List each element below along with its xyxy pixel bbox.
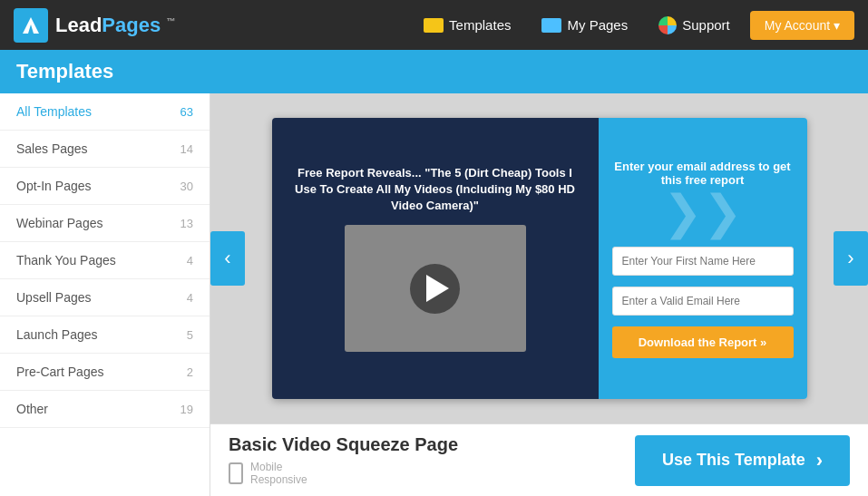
my-account-button[interactable]: My Account ▾	[750, 11, 854, 40]
main-layout: All Templates 63 Sales Pages 14 Opt-In P…	[0, 93, 868, 496]
use-template-button[interactable]: Use This Template ›	[635, 435, 850, 486]
sidebar-item-label: Sales Pages	[16, 141, 88, 156]
nav-item-support[interactable]: Support	[648, 11, 741, 40]
responsive-label: Responsive	[250, 473, 307, 486]
sidebar-item-all-templates[interactable]: All Templates 63	[0, 93, 210, 131]
sidebar-item-sales-pages[interactable]: Sales Pages 14	[0, 131, 210, 168]
carousel-prev-button[interactable]: ‹	[210, 231, 245, 286]
sidebar-item-count: 4	[187, 254, 193, 267]
sidebar-item-other[interactable]: Other 19	[0, 391, 210, 428]
sidebar-item-count: 30	[180, 180, 193, 193]
sidebar-item-launch-pages[interactable]: Launch Pages 5	[0, 316, 210, 354]
template-preview-area: ‹ Free Report Reveals... "The 5 (Dirt Ch…	[210, 93, 868, 423]
sidebar-item-count: 63	[180, 105, 193, 119]
template-right-panel: Enter your email address to get this fre…	[599, 118, 807, 399]
nav-my-pages-label: My Pages	[567, 17, 628, 33]
template-info: Basic Video Squeeze Page Mobile Responsi…	[229, 434, 458, 486]
page-title: Templates	[16, 60, 113, 83]
nav-templates-label: Templates	[449, 17, 511, 33]
sidebar-item-count: 5	[187, 328, 193, 342]
play-button[interactable]	[410, 264, 460, 314]
bottom-bar: Basic Video Squeeze Page Mobile Responsi…	[210, 423, 868, 496]
sidebar-item-label: Pre-Cart Pages	[16, 365, 103, 379]
sidebar-item-label: Thank You Pages	[16, 253, 116, 267]
logo-icon	[14, 8, 48, 43]
sidebar-item-thank-you-pages[interactable]: Thank You Pages 4	[0, 242, 210, 279]
sidebar-item-label: Opt-In Pages	[16, 179, 92, 193]
template-name: Basic Video Squeeze Page	[229, 434, 458, 455]
sidebar-item-label: Launch Pages	[16, 327, 98, 342]
nav-item-templates[interactable]: Templates	[413, 12, 522, 38]
sidebar-item-count: 14	[180, 142, 193, 156]
sidebar-item-webinar-pages[interactable]: Webinar Pages 13	[0, 205, 210, 242]
nav: Templates My Pages Support My Account ▾	[413, 11, 854, 40]
nav-support-label: Support	[682, 17, 730, 33]
templates-icon	[424, 18, 444, 33]
my-pages-icon	[541, 18, 561, 33]
support-icon	[658, 16, 677, 34]
header: LeadPages ™ Templates My Pages Support M…	[0, 0, 868, 50]
content-area: ‹ Free Report Reveals... "The 5 (Dirt Ch…	[210, 93, 868, 496]
sidebar-item-opt-in-pages[interactable]: Opt-In Pages 30	[0, 168, 210, 205]
first-name-input[interactable]	[612, 247, 794, 276]
mobile-label: Mobile	[250, 461, 307, 473]
mobile-responsive-info: Mobile Responsive	[229, 461, 458, 486]
video-placeholder[interactable]	[345, 225, 526, 352]
logo-text: LeadPages ™	[55, 14, 175, 37]
sidebar-item-upsell-pages[interactable]: Upsell Pages 4	[0, 279, 210, 316]
template-left-panel: Free Report Reveals... "The 5 (Dirt Chea…	[272, 118, 599, 399]
template-title-text: Free Report Reveals... "The 5 (Dirt Chea…	[290, 165, 580, 215]
sidebar-item-label: Webinar Pages	[16, 216, 102, 230]
email-input[interactable]	[612, 287, 794, 316]
sidebar-item-label: Other	[16, 402, 48, 416]
template-right-title-text: Enter your email address to get this fre…	[612, 160, 794, 187]
sidebar-item-label: All Templates	[16, 104, 92, 119]
chevron-decoration: ❯❯	[663, 189, 743, 236]
sidebar-item-pre-cart-pages[interactable]: Pre-Cart Pages 2	[0, 354, 210, 391]
template-card: Free Report Reveals... "The 5 (Dirt Chea…	[272, 118, 807, 399]
sidebar-item-count: 2	[187, 365, 193, 379]
nav-item-my-pages[interactable]: My Pages	[531, 12, 639, 38]
sidebar: All Templates 63 Sales Pages 14 Opt-In P…	[0, 93, 210, 496]
page-title-bar: Templates	[0, 50, 868, 93]
svg-rect-0	[14, 8, 48, 43]
chevron-right-icon: ›	[816, 449, 823, 472]
cta-button[interactable]: Download the Report »	[612, 326, 794, 358]
sidebar-item-label: Upsell Pages	[16, 290, 92, 305]
carousel-next-button[interactable]: ›	[834, 231, 868, 286]
logo: LeadPages ™	[14, 8, 175, 43]
sidebar-item-count: 13	[180, 217, 193, 230]
phone-icon	[229, 462, 243, 484]
sidebar-item-count: 19	[180, 403, 193, 416]
sidebar-item-count: 4	[187, 291, 193, 305]
use-template-label: Use This Template	[662, 451, 805, 470]
